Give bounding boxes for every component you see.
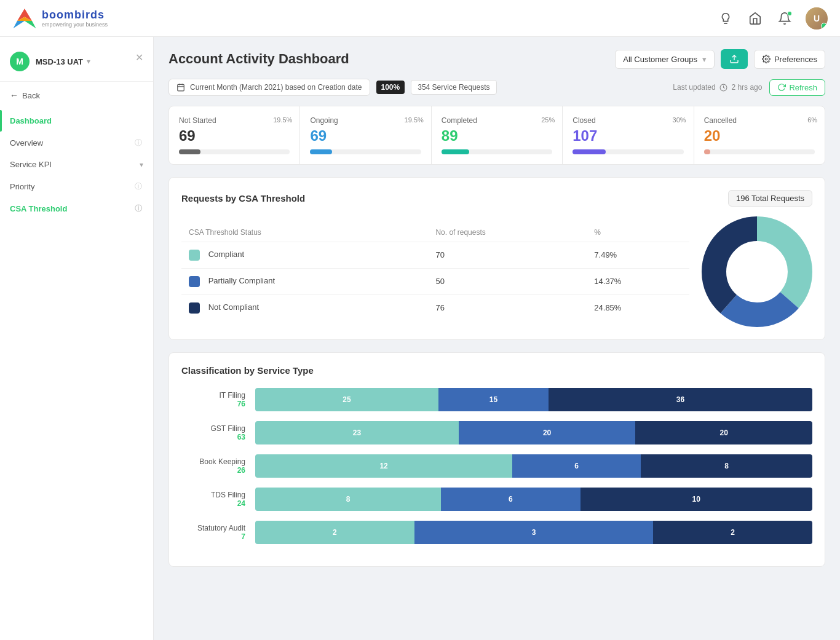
bar-label-it-filing: IT Filing 76 [181, 391, 255, 408]
svg-point-5 [765, 58, 767, 60]
svg-marker-2 [25, 21, 36, 28]
total-requests-badge: 196 Total Requests [728, 190, 812, 207]
customer-groups-dropdown[interactable]: All Customer Groups ▾ [615, 50, 715, 69]
status-card-not-started: Not Started 69 19.5% [169, 106, 300, 164]
csa-section: Requests by CSA Threshold 196 Total Requ… [168, 177, 825, 340]
partial-count: 50 [428, 268, 587, 294]
account-chevron-icon[interactable]: ▾ [87, 57, 90, 66]
date-badge: Current Month (March 2021) based on Crea… [168, 79, 370, 96]
preferences-label: Preferences [774, 55, 817, 64]
customer-groups-label: All Customer Groups [623, 55, 697, 64]
col-percent: % [587, 223, 689, 242]
ongoing-bar [310, 149, 331, 154]
it-seg3: 36 [549, 388, 812, 411]
refresh-icon [777, 83, 786, 92]
gst-seg3: 20 [635, 421, 812, 444]
completed-percent: 25% [541, 116, 555, 124]
ongoing-value: 69 [310, 127, 421, 144]
sidebar-item-service-kpi[interactable]: Service KPI ▾ [0, 154, 153, 175]
ongoing-bar-container [310, 149, 421, 154]
avatar-online-dot [821, 23, 827, 29]
table-row-partially: Partially Compliant 50 14.37% [181, 268, 689, 294]
cancelled-label: Cancelled [704, 116, 815, 125]
topnav-right: U [717, 7, 828, 30]
csa-section-title: Requests by CSA Threshold [181, 193, 305, 203]
refresh-button[interactable]: Refresh [769, 79, 825, 96]
sidebar-header: M MSD-13 UAT ▾ ✕ [0, 47, 153, 82]
tds-seg3: 10 [580, 488, 813, 511]
percent-badge: 100% [376, 81, 405, 94]
compliant-label: Compliant [208, 250, 245, 259]
logo: boombirds empowering your business [12, 6, 108, 31]
closed-value: 107 [573, 127, 683, 144]
csa-table: CSA Threshold Status No. of requests % C… [181, 223, 689, 321]
last-updated-label: Last updated 2 hrs ago [673, 83, 762, 92]
svg-rect-6 [178, 84, 184, 91]
logo-text: boombirds empowering your business [42, 9, 108, 28]
svg-point-13 [714, 229, 800, 315]
nav-label-overview: Overview [10, 138, 43, 148]
bell-icon[interactable] [776, 10, 793, 27]
calendar-icon [176, 83, 185, 92]
status-card-completed: Completed 89 25% [432, 106, 563, 164]
bar-track-statutory-audit: 2 3 2 [255, 521, 812, 544]
sidebar-close-icon[interactable]: ✕ [135, 52, 143, 63]
sa-seg2: 3 [414, 521, 653, 544]
logo-icon [12, 6, 37, 31]
bk-seg3: 8 [641, 454, 812, 478]
info-icon-csa: ⓘ [133, 203, 143, 213]
col-requests: No. of requests [428, 223, 587, 242]
col-status: CSA Threshold Status [181, 223, 428, 242]
info-icon-priority: ⓘ [133, 181, 143, 191]
partial-percent: 14.37% [587, 268, 689, 294]
nav-label-csa: CSA Threshold [10, 204, 67, 213]
ongoing-percent: 19.5% [405, 116, 424, 124]
back-button[interactable]: ← Back [0, 87, 153, 108]
sidebar-nav: Dashboard Overview ⓘ Service KPI ▾ Prior… [0, 108, 153, 222]
bulb-icon[interactable] [717, 10, 734, 27]
sidebar-item-priority[interactable]: Priority ⓘ [0, 175, 153, 197]
compliant-percent: 7.49% [587, 242, 689, 268]
classification-section: Classification by Service Type IT Filing… [168, 352, 825, 567]
home-icon[interactable] [747, 10, 764, 27]
app-name: boombirds [42, 9, 108, 22]
info-icon-overview: ⓘ [133, 138, 143, 148]
bar-label-gst-filing: GST Filing 63 [181, 424, 255, 441]
closed-bar-container [573, 149, 683, 154]
customer-groups-chevron-icon: ▾ [702, 55, 707, 64]
page-title: Account Activity Dashboard [168, 51, 349, 67]
tds-seg1: 8 [255, 488, 441, 511]
gst-seg2: 20 [459, 421, 636, 444]
cancelled-bar [704, 149, 711, 154]
account-icon: M [10, 52, 30, 71]
sidebar-item-overview[interactable]: Overview ⓘ [0, 132, 153, 154]
sidebar: M MSD-13 UAT ▾ ✕ ← Back Dashboard Overvi… [0, 37, 154, 640]
avatar[interactable]: U [806, 7, 828, 30]
table-row-compliant: Compliant 70 7.49% [181, 242, 689, 268]
sa-seg1: 2 [255, 521, 414, 544]
page-header: Account Activity Dashboard All Customer … [168, 49, 825, 69]
bar-row-statutory-audit: Statutory Audit 7 2 3 2 [181, 521, 812, 544]
not-started-value: 69 [179, 127, 290, 144]
sidebar-item-dashboard[interactable]: Dashboard [0, 110, 153, 132]
requests-badge: 354 Service Requests [411, 80, 496, 95]
bar-row-it-filing: IT Filing 76 25 15 36 [181, 388, 812, 411]
completed-label: Completed [442, 116, 552, 125]
sidebar-item-csa-threshold[interactable]: CSA Threshold ⓘ [0, 197, 153, 219]
notification-dot [787, 11, 792, 16]
refresh-label: Refresh [789, 83, 817, 92]
sa-seg3: 2 [653, 521, 812, 544]
dot-partial [189, 276, 200, 287]
upload-button[interactable] [721, 49, 748, 69]
nav-label-service-kpi: Service KPI [10, 160, 52, 169]
subheader-right: Last updated 2 hrs ago Refresh [673, 79, 825, 96]
bar-track-bookkeeping: 12 6 8 [255, 454, 812, 478]
not-started-percent: 19.5% [273, 116, 292, 124]
svg-marker-1 [14, 21, 25, 28]
cancelled-value: 20 [704, 127, 815, 144]
bar-row-gst-filing: GST Filing 63 23 20 20 [181, 421, 812, 444]
preferences-button[interactable]: Preferences [754, 50, 825, 69]
cancelled-bar-container [704, 149, 815, 154]
clock-icon [719, 84, 727, 92]
completed-bar [442, 149, 469, 154]
